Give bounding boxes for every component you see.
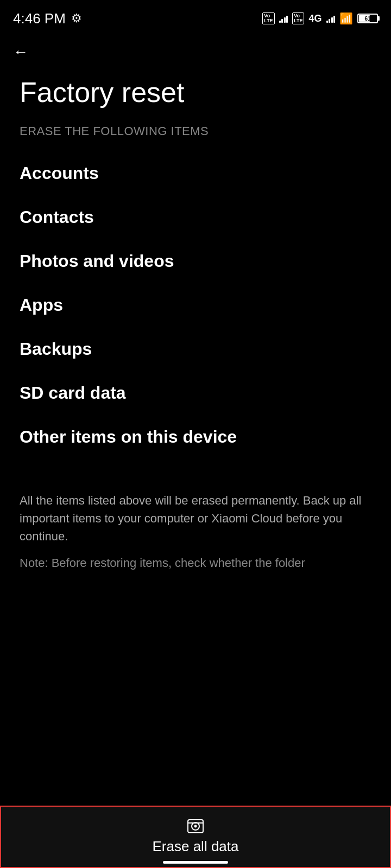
erase-all-icon: [186, 816, 205, 838]
erase-section-header: ERASE THE FOLLOWING ITEMS: [0, 124, 391, 151]
bar: [331, 17, 333, 23]
status-bar: 4:46 PM ⚙ VoLTE VoLTE 4G 📶 61: [0, 0, 391, 33]
erase-item-apps: Apps: [20, 283, 371, 327]
home-indicator: [163, 861, 228, 864]
svg-point-2: [194, 825, 197, 828]
erase-item-contacts: Contacts: [20, 195, 371, 239]
erase-item-photos-videos: Photos and videos: [20, 239, 371, 283]
bar: [281, 19, 283, 23]
battery-level: 61: [358, 16, 377, 22]
volte-badge-2: VoLTE: [292, 12, 304, 24]
battery-icon: 61: [357, 14, 378, 23]
erase-items-list: Accounts Contacts Photos and videos Apps…: [0, 151, 391, 459]
erase-item-backups: Backups: [20, 327, 371, 371]
bar: [333, 16, 335, 23]
erase-all-label: Erase all data: [153, 838, 239, 855]
status-right-icons: VoLTE VoLTE 4G 📶 61: [262, 12, 378, 25]
warning-main-text: All the items listed above will be erase…: [20, 492, 371, 545]
network-4g: 4G: [308, 13, 321, 24]
bar: [279, 21, 281, 23]
bar: [284, 17, 286, 23]
erase-svg-icon: [186, 816, 205, 836]
erase-item-sd-card: SD card data: [20, 371, 371, 415]
time-display: 4:46 PM: [13, 10, 66, 27]
signal-bars-1: [279, 14, 288, 23]
erase-item-accounts: Accounts: [20, 151, 371, 195]
erase-all-data-button[interactable]: Erase all data: [0, 806, 391, 868]
back-button[interactable]: ←: [0, 33, 391, 66]
warning-section: All the items listed above will be erase…: [0, 459, 391, 583]
status-time-block: 4:46 PM ⚙: [13, 10, 82, 27]
volte-badge-1: VoLTE: [262, 12, 274, 24]
erase-item-other: Other items on this device: [20, 415, 371, 459]
bar: [326, 21, 328, 23]
gear-icon: ⚙: [71, 11, 82, 25]
back-arrow-icon: ←: [13, 43, 28, 60]
bar: [329, 19, 330, 23]
bar: [286, 16, 288, 23]
warning-note-text: Note: Before restoring items, check whet…: [20, 554, 371, 572]
signal-bars-2: [326, 14, 336, 23]
page-title: Factory reset: [0, 66, 391, 124]
wifi-icon: 📶: [339, 12, 353, 25]
